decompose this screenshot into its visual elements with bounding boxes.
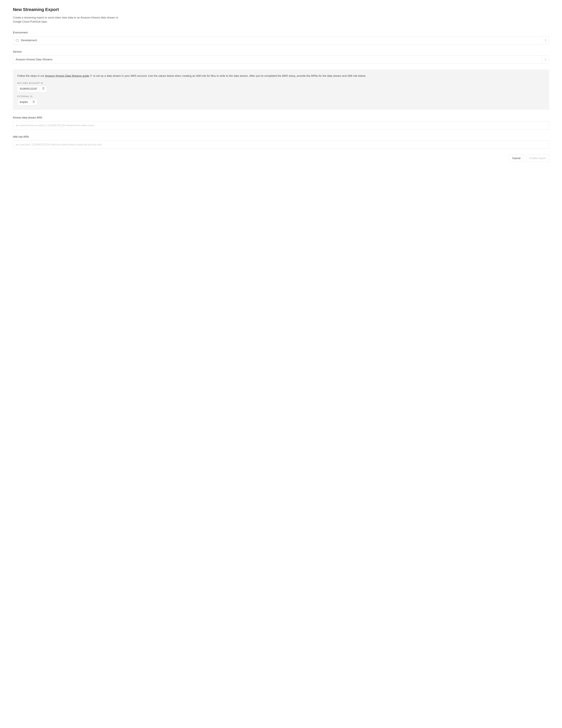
account-id-row: 910609115197 (17, 86, 47, 92)
page-title: New Streaming Export (13, 7, 549, 12)
chevron-updown-icon (542, 56, 549, 63)
svg-rect-5 (33, 101, 34, 103)
service-value: Amazon Kinesis Data Streams (16, 58, 542, 61)
info-text-before: Follow the steps in our (17, 74, 45, 77)
info-text: Follow the steps in our Amazon Kinesis D… (17, 74, 545, 78)
iam-arn-label: IAM role ARN (13, 135, 549, 138)
copy-account-id-button[interactable] (40, 86, 47, 92)
guide-link[interactable]: Amazon Kinesis Data Streams guide (45, 74, 89, 77)
account-id-label: MUX AWS ACCOUNT ID (17, 82, 545, 84)
stream-arn-field: Kinesis data stream ARN (13, 116, 549, 129)
svg-rect-0 (43, 88, 44, 89)
stream-arn-input[interactable] (13, 121, 549, 129)
page-subtitle: Create a streaming export to send video … (13, 16, 127, 24)
clipboard-icon (33, 100, 35, 104)
info-text-after: to set up a data stream in your AWS acco… (93, 74, 366, 77)
environment-select[interactable]: Development (13, 36, 549, 44)
service-field: Service Amazon Kinesis Data Streams (13, 50, 549, 64)
environment-field: Environment Development (13, 31, 549, 44)
service-label: Service (13, 50, 549, 53)
clipboard-icon (42, 87, 45, 91)
enable-export-button[interactable]: Enable export (526, 155, 549, 162)
service-select[interactable]: Amazon Kinesis Data Streams (13, 55, 549, 64)
external-link-icon (90, 75, 92, 77)
external-id-value: 6nlp93 (17, 99, 30, 105)
stream-arn-label: Kinesis data stream ARN (13, 116, 549, 119)
external-id-label: EXTERNAL ID (17, 95, 545, 98)
copy-external-id-button[interactable] (30, 99, 37, 105)
iam-arn-field: IAM role ARN (13, 135, 549, 149)
folder-icon (16, 39, 19, 42)
external-id-row: 6nlp93 (17, 99, 37, 105)
environment-value: Development (21, 39, 542, 42)
chevron-updown-icon (542, 36, 549, 44)
account-id-value: 910609115197 (17, 86, 40, 92)
environment-label: Environment (13, 31, 549, 34)
actions-row: Cancel Enable export (13, 155, 549, 162)
info-panel: Follow the steps in our Amazon Kinesis D… (13, 69, 549, 110)
iam-arn-input[interactable] (13, 140, 549, 149)
cancel-button[interactable]: Cancel (509, 155, 524, 162)
